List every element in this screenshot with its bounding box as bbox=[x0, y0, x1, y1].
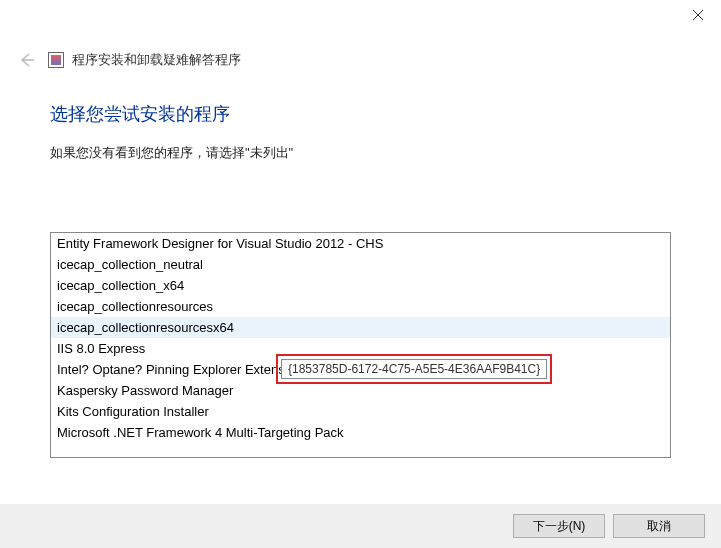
list-item[interactable]: icecap_collectionresources bbox=[51, 296, 670, 317]
instruction-text: 如果您没有看到您的程序，请选择"未列出" bbox=[50, 144, 671, 162]
list-item[interactable]: Entity Framework Designer for Visual Stu… bbox=[51, 233, 670, 254]
app-title: 程序安装和卸载疑难解答程序 bbox=[72, 51, 241, 69]
program-listbox-container: Entity Framework Designer for Visual Stu… bbox=[50, 232, 671, 458]
close-button[interactable] bbox=[675, 0, 721, 30]
list-item[interactable]: Kaspersky Password Manager bbox=[51, 380, 670, 401]
list-item[interactable]: icecap_collection_x64 bbox=[51, 275, 670, 296]
footer-bar: 下一步(N) 取消 bbox=[0, 504, 721, 548]
content-area: 选择您尝试安装的程序 如果您没有看到您的程序，请选择"未列出" Entity F… bbox=[0, 80, 721, 458]
next-button[interactable]: 下一步(N) bbox=[513, 514, 605, 538]
list-item[interactable]: Intel? Optane? Pinning Explorer Extensio… bbox=[51, 359, 670, 380]
close-icon bbox=[693, 10, 703, 20]
list-item[interactable]: icecap_collection_neutral bbox=[51, 254, 670, 275]
list-item[interactable]: icecap_collectionresourcesx64 bbox=[51, 317, 670, 338]
page-heading: 选择您尝试安装的程序 bbox=[50, 102, 671, 126]
list-item[interactable]: IIS 8.0 Express bbox=[51, 338, 670, 359]
program-listbox[interactable]: Entity Framework Designer for Visual Stu… bbox=[51, 233, 670, 457]
back-arrow-icon bbox=[17, 51, 35, 69]
header-row: 程序安装和卸载疑难解答程序 bbox=[0, 36, 721, 80]
cancel-button[interactable]: 取消 bbox=[613, 514, 705, 538]
list-item[interactable]: Kits Configuration Installer bbox=[51, 401, 670, 422]
list-item[interactable]: Microsoft .NET Framework 4 Multi-Targeti… bbox=[51, 422, 670, 443]
back-button[interactable] bbox=[14, 48, 38, 72]
titlebar bbox=[0, 0, 721, 36]
app-icon bbox=[48, 52, 64, 68]
